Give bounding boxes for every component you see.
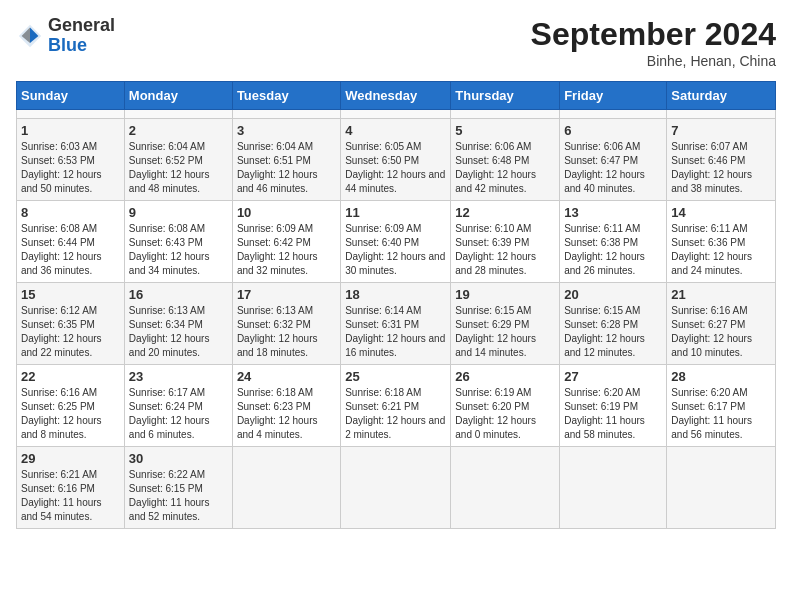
calendar-header: Sunday Monday Tuesday Wednesday Thursday…	[17, 82, 776, 110]
day-number: 13	[564, 205, 662, 220]
day-info: Sunrise: 6:16 AM Sunset: 6:27 PM Dayligh…	[671, 304, 771, 360]
day-info: Sunrise: 6:22 AM Sunset: 6:15 PM Dayligh…	[129, 468, 228, 524]
day-info: Sunrise: 6:04 AM Sunset: 6:52 PM Dayligh…	[129, 140, 228, 196]
day-number: 12	[455, 205, 555, 220]
calendar-cell: 11Sunrise: 6:09 AM Sunset: 6:40 PM Dayli…	[341, 201, 451, 283]
calendar-cell	[232, 110, 340, 119]
day-info: Sunrise: 6:08 AM Sunset: 6:44 PM Dayligh…	[21, 222, 120, 278]
calendar-body: 1Sunrise: 6:03 AM Sunset: 6:53 PM Daylig…	[17, 110, 776, 529]
calendar-cell: 29Sunrise: 6:21 AM Sunset: 6:16 PM Dayli…	[17, 447, 125, 529]
day-info: Sunrise: 6:19 AM Sunset: 6:20 PM Dayligh…	[455, 386, 555, 442]
calendar-cell	[451, 447, 560, 529]
calendar-cell: 16Sunrise: 6:13 AM Sunset: 6:34 PM Dayli…	[124, 283, 232, 365]
calendar-cell: 8Sunrise: 6:08 AM Sunset: 6:44 PM Daylig…	[17, 201, 125, 283]
day-info: Sunrise: 6:09 AM Sunset: 6:40 PM Dayligh…	[345, 222, 446, 278]
col-friday: Friday	[560, 82, 667, 110]
calendar-cell: 10Sunrise: 6:09 AM Sunset: 6:42 PM Dayli…	[232, 201, 340, 283]
day-info: Sunrise: 6:07 AM Sunset: 6:46 PM Dayligh…	[671, 140, 771, 196]
logo: General Blue	[16, 16, 115, 56]
calendar-cell: 9Sunrise: 6:08 AM Sunset: 6:43 PM Daylig…	[124, 201, 232, 283]
calendar-cell: 7Sunrise: 6:07 AM Sunset: 6:46 PM Daylig…	[667, 119, 776, 201]
calendar-cell: 27Sunrise: 6:20 AM Sunset: 6:19 PM Dayli…	[560, 365, 667, 447]
calendar-cell	[341, 447, 451, 529]
day-number: 14	[671, 205, 771, 220]
day-number: 25	[345, 369, 446, 384]
logo-blue-text: Blue	[48, 35, 87, 55]
day-info: Sunrise: 6:05 AM Sunset: 6:50 PM Dayligh…	[345, 140, 446, 196]
calendar-cell: 15Sunrise: 6:12 AM Sunset: 6:35 PM Dayli…	[17, 283, 125, 365]
calendar-cell: 21Sunrise: 6:16 AM Sunset: 6:27 PM Dayli…	[667, 283, 776, 365]
calendar-cell	[560, 110, 667, 119]
calendar-cell	[451, 110, 560, 119]
day-number: 6	[564, 123, 662, 138]
day-info: Sunrise: 6:15 AM Sunset: 6:28 PM Dayligh…	[564, 304, 662, 360]
day-number: 24	[237, 369, 336, 384]
day-number: 17	[237, 287, 336, 302]
calendar-cell: 19Sunrise: 6:15 AM Sunset: 6:29 PM Dayli…	[451, 283, 560, 365]
day-info: Sunrise: 6:06 AM Sunset: 6:47 PM Dayligh…	[564, 140, 662, 196]
calendar-week-0	[17, 110, 776, 119]
month-title: September 2024	[531, 16, 776, 53]
col-tuesday: Tuesday	[232, 82, 340, 110]
calendar-week-1: 1Sunrise: 6:03 AM Sunset: 6:53 PM Daylig…	[17, 119, 776, 201]
col-wednesday: Wednesday	[341, 82, 451, 110]
calendar-cell: 12Sunrise: 6:10 AM Sunset: 6:39 PM Dayli…	[451, 201, 560, 283]
day-number: 8	[21, 205, 120, 220]
day-number: 20	[564, 287, 662, 302]
day-number: 2	[129, 123, 228, 138]
calendar-week-5: 29Sunrise: 6:21 AM Sunset: 6:16 PM Dayli…	[17, 447, 776, 529]
day-info: Sunrise: 6:20 AM Sunset: 6:19 PM Dayligh…	[564, 386, 662, 442]
day-number: 22	[21, 369, 120, 384]
day-info: Sunrise: 6:10 AM Sunset: 6:39 PM Dayligh…	[455, 222, 555, 278]
day-info: Sunrise: 6:11 AM Sunset: 6:38 PM Dayligh…	[564, 222, 662, 278]
day-number: 23	[129, 369, 228, 384]
day-number: 15	[21, 287, 120, 302]
day-info: Sunrise: 6:11 AM Sunset: 6:36 PM Dayligh…	[671, 222, 771, 278]
day-info: Sunrise: 6:15 AM Sunset: 6:29 PM Dayligh…	[455, 304, 555, 360]
day-info: Sunrise: 6:06 AM Sunset: 6:48 PM Dayligh…	[455, 140, 555, 196]
page-header: General Blue September 2024 Binhe, Henan…	[16, 16, 776, 69]
calendar-cell	[232, 447, 340, 529]
day-info: Sunrise: 6:08 AM Sunset: 6:43 PM Dayligh…	[129, 222, 228, 278]
day-info: Sunrise: 6:18 AM Sunset: 6:23 PM Dayligh…	[237, 386, 336, 442]
calendar-cell: 28Sunrise: 6:20 AM Sunset: 6:17 PM Dayli…	[667, 365, 776, 447]
calendar-cell: 20Sunrise: 6:15 AM Sunset: 6:28 PM Dayli…	[560, 283, 667, 365]
day-number: 9	[129, 205, 228, 220]
calendar-cell	[17, 110, 125, 119]
day-number: 4	[345, 123, 446, 138]
day-number: 1	[21, 123, 120, 138]
calendar-cell	[341, 110, 451, 119]
day-number: 27	[564, 369, 662, 384]
calendar-cell: 5Sunrise: 6:06 AM Sunset: 6:48 PM Daylig…	[451, 119, 560, 201]
day-number: 10	[237, 205, 336, 220]
day-number: 18	[345, 287, 446, 302]
day-number: 26	[455, 369, 555, 384]
day-number: 7	[671, 123, 771, 138]
col-sunday: Sunday	[17, 82, 125, 110]
calendar-cell: 6Sunrise: 6:06 AM Sunset: 6:47 PM Daylig…	[560, 119, 667, 201]
day-info: Sunrise: 6:18 AM Sunset: 6:21 PM Dayligh…	[345, 386, 446, 442]
logo-icon	[16, 22, 44, 50]
day-info: Sunrise: 6:03 AM Sunset: 6:53 PM Dayligh…	[21, 140, 120, 196]
calendar-week-3: 15Sunrise: 6:12 AM Sunset: 6:35 PM Dayli…	[17, 283, 776, 365]
day-info: Sunrise: 6:17 AM Sunset: 6:24 PM Dayligh…	[129, 386, 228, 442]
day-number: 3	[237, 123, 336, 138]
day-info: Sunrise: 6:04 AM Sunset: 6:51 PM Dayligh…	[237, 140, 336, 196]
calendar-cell: 4Sunrise: 6:05 AM Sunset: 6:50 PM Daylig…	[341, 119, 451, 201]
calendar-cell	[124, 110, 232, 119]
logo-general-text: General	[48, 15, 115, 35]
day-info: Sunrise: 6:20 AM Sunset: 6:17 PM Dayligh…	[671, 386, 771, 442]
day-number: 29	[21, 451, 120, 466]
calendar-cell	[560, 447, 667, 529]
title-block: September 2024 Binhe, Henan, China	[531, 16, 776, 69]
calendar-cell	[667, 110, 776, 119]
col-thursday: Thursday	[451, 82, 560, 110]
calendar-cell: 1Sunrise: 6:03 AM Sunset: 6:53 PM Daylig…	[17, 119, 125, 201]
calendar-cell: 14Sunrise: 6:11 AM Sunset: 6:36 PM Dayli…	[667, 201, 776, 283]
day-info: Sunrise: 6:13 AM Sunset: 6:34 PM Dayligh…	[129, 304, 228, 360]
calendar-cell: 22Sunrise: 6:16 AM Sunset: 6:25 PM Dayli…	[17, 365, 125, 447]
calendar-cell: 3Sunrise: 6:04 AM Sunset: 6:51 PM Daylig…	[232, 119, 340, 201]
calendar-cell: 30Sunrise: 6:22 AM Sunset: 6:15 PM Dayli…	[124, 447, 232, 529]
calendar-cell: 17Sunrise: 6:13 AM Sunset: 6:32 PM Dayli…	[232, 283, 340, 365]
calendar-table: Sunday Monday Tuesday Wednesday Thursday…	[16, 81, 776, 529]
